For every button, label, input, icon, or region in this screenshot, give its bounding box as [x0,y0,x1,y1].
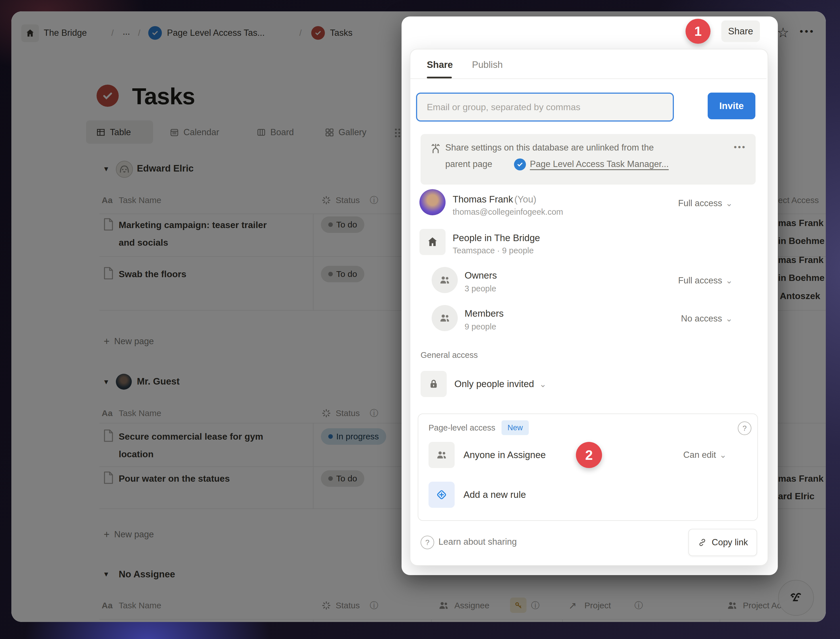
diamond-plus-icon [435,488,448,501]
notice-line1: Share settings on this database are unli… [445,143,654,153]
avatar [419,189,446,215]
members-access-dropdown[interactable]: No access ⌄ [681,313,733,324]
rule-icon-box [429,442,455,468]
notice-line2: parent page [445,159,492,169]
rule-access-value: Can edit [683,450,716,460]
active-tab-underline [427,77,452,78]
owner-you-label: (You) [514,194,537,205]
parent-page-link[interactable]: Page Level Access Task Manager... [530,159,669,169]
copy-link-button[interactable]: Copy link [688,529,757,556]
general-access-dropdown[interactable]: Only people invited ⌄ [454,378,546,389]
add-rule-icon-box [429,482,455,508]
annotation-step-1-badge: 1 [686,19,710,44]
new-badge: New [502,420,529,435]
annotation-step-2-badge: 2 [576,442,602,468]
lock-icon [428,378,439,389]
share-button[interactable]: Share [721,21,760,42]
group-members-name: Members [465,308,504,319]
owner-access-dropdown[interactable]: Full access ⌄ [678,198,733,208]
page-level-access-label: Page-level access [429,423,495,432]
members-access-value: No access [681,313,722,324]
link-icon [697,537,707,547]
chevron-down-icon: ⌄ [726,278,733,283]
owners-access-dropdown[interactable]: Full access ⌄ [678,275,733,286]
dialog-tab-share[interactable]: Share [427,59,453,70]
general-access-icon-box [421,371,447,397]
dialog-tab-publish[interactable]: Publish [472,59,503,70]
rule-access-dropdown[interactable]: Can edit ⌄ [683,450,727,460]
rule-name: Anyone in Assignee [464,450,546,460]
general-access-label: General access [421,350,478,360]
invite-email-field-wrap [416,92,674,122]
chevron-down-icon: ⌄ [719,452,726,458]
owner-email: thomas@collegeinfogeek.com [453,207,563,217]
copy-link-label: Copy link [711,537,748,548]
invite-button-label: Invite [719,100,744,111]
tab-divider [410,78,767,79]
add-rule-button[interactable]: Add a new rule [464,490,526,500]
group-icon-circle [432,305,458,331]
chevron-down-icon: ⌄ [726,201,733,206]
notice-more-icon[interactable]: ••• [734,142,746,152]
people-icon [439,312,451,324]
group-icon-circle [432,267,458,293]
invite-button[interactable]: Invite [708,92,755,119]
invite-email-input[interactable] [417,102,673,113]
parent-page-icon [514,159,526,170]
learn-about-sharing-link[interactable]: Learn about sharing [438,537,517,547]
chevron-down-icon: ⌄ [726,316,733,321]
teamspace-icon-box [419,229,446,255]
group-owners-count: 3 people [465,284,496,293]
learn-help-icon: ? [421,536,434,549]
help-icon[interactable]: ? [738,421,751,435]
teamspace-name: People in The Bridge [453,233,540,243]
group-members-count: 9 people [465,322,496,331]
group-owners-name: Owners [465,270,497,281]
general-access-value: Only people invited [454,378,534,389]
people-icon [439,274,451,286]
people-icon [436,449,448,461]
share-button-label: Share [728,26,753,37]
owner-access-value: Full access [678,198,722,208]
teamspace-sub: Teamspace · 9 people [453,246,534,255]
owner-name-text: Thomas Frank [453,194,513,205]
home-icon [426,236,439,248]
screen: The Bridge / ... / Page Level Access Tas… [0,0,840,639]
owners-access-value: Full access [678,275,722,286]
chevron-down-icon: ⌄ [539,380,546,389]
branch-icon[interactable] [429,142,442,156]
owner-name: Thomas Frank (You) [453,194,537,205]
